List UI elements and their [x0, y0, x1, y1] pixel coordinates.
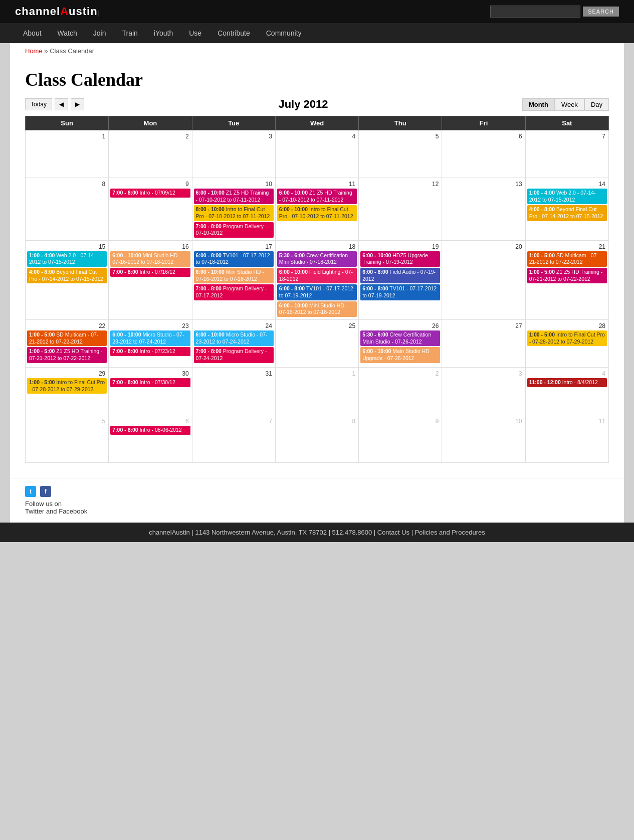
breadcrumb: Home » Class Calendar: [10, 43, 624, 59]
list-item[interactable]: 1:00 - 5:00 Z1 Z5 HD Training - 07-21-20…: [527, 268, 607, 283]
day-view-button[interactable]: Day: [584, 98, 609, 111]
day-cell: 18 5:30 - 6:00 Crew Certification Mini S…: [275, 240, 358, 319]
list-item[interactable]: 4:00 - 8:00 Beyond Final Cut Pro - 07-14…: [27, 268, 107, 283]
day-cell: 10: [442, 415, 525, 462]
nav-community[interactable]: Community: [258, 23, 310, 43]
main-content: Class Calendar Today ◀ ▶ July 2012 Month…: [10, 59, 624, 478]
nav-iyouth[interactable]: iYouth: [146, 23, 181, 43]
site-header: channelAustin│ SEARCH: [0, 0, 634, 23]
day-cell: 11: [525, 415, 608, 462]
table-row: 1 2 3 4 5 6 7: [26, 130, 609, 178]
list-item[interactable]: 1:00 - 5:00 SD Multicam - 07-21-2012 to …: [527, 251, 607, 267]
facebook-icon[interactable]: f: [40, 486, 51, 497]
search-input[interactable]: [490, 6, 580, 18]
day-cell: 14 1:00 - 4:00 Web 2.0 - 07-14-2012 to 0…: [525, 178, 608, 241]
site-logo[interactable]: channelAustin│: [15, 5, 101, 18]
list-item[interactable]: 6:00 - 10:00 Mini Studio HD - 07-16-2012…: [110, 251, 190, 267]
col-thu: Thu: [359, 116, 442, 130]
nav-train[interactable]: Train: [114, 23, 145, 43]
col-wed: Wed: [275, 116, 358, 130]
list-item[interactable]: 6:00 - 10:00 Micro Studio - 07-23-2012 t…: [110, 330, 190, 346]
list-item[interactable]: 7:00 - 8:00 Program Delivery - 07-10-201…: [194, 222, 274, 238]
day-cell: 7: [192, 415, 275, 462]
table-row: 5 6 7:00 - 8:00 Intro - 08-06-2012 7 8 9…: [26, 415, 609, 462]
breadcrumb-home[interactable]: Home: [25, 47, 43, 55]
day-cell: 3: [442, 367, 525, 415]
list-item[interactable]: 6:00 - 10:00 Field Lighting - 07-18-2012: [277, 268, 357, 283]
day-cell: 30 7:00 - 8:00 Intro - 07/30/12: [109, 367, 192, 415]
list-item[interactable]: 1:00 - 4:00 Web 2.0 - 07-14-2012 to 07-1…: [27, 251, 107, 267]
list-item[interactable]: 7:00 - 8:00 Intro - 07/16/12: [110, 268, 190, 277]
next-button[interactable]: ▶: [71, 98, 84, 110]
prev-button[interactable]: ◀: [55, 98, 68, 110]
day-cell: 6: [442, 130, 525, 178]
search-button[interactable]: SEARCH: [583, 7, 619, 17]
day-cell: 31: [192, 367, 275, 415]
list-item[interactable]: 5:30 - 6:00 Crew Certification Mini Stud…: [277, 251, 357, 267]
calendar-controls: Today ◀ ▶ July 2012 Month Week Day: [25, 98, 609, 111]
list-item[interactable]: 6:00 - 10:00 Z1 Z5 HD Training - 07-10-2…: [277, 189, 357, 204]
list-item[interactable]: 4:00 - 8:00 Beyond Final Cut Pro - 07-14…: [527, 205, 607, 221]
list-item[interactable]: 6:00 - 8:00 TV101 - 07-17-2012 to 07-19-…: [360, 284, 440, 300]
day-cell: 10 6:00 - 10:00 Z1 Z5 HD Training - 07-1…: [192, 178, 275, 241]
list-item[interactable]: 6:00 - 10:00 Z1 Z5 HD Training - 07-10-2…: [194, 189, 274, 204]
list-item[interactable]: 1:00 - 5:00 Intro to Final Cut Pro - 07-…: [27, 378, 107, 394]
day-cell: 25: [275, 319, 358, 367]
day-cell: 1: [26, 130, 109, 178]
day-cell: 9: [359, 415, 442, 462]
day-cell: 2: [109, 130, 192, 178]
today-button[interactable]: Today: [25, 98, 52, 110]
list-item[interactable]: 7:00 - 8:00 Program Delivery - 07-17-201…: [194, 284, 274, 300]
list-item[interactable]: 1:00 - 5:00 SD Multicam - 07-21-2012 to …: [27, 330, 107, 346]
col-sun: Sun: [26, 116, 109, 130]
list-item[interactable]: 5:30 - 6:00 Crew Certification Main Stud…: [360, 330, 440, 346]
list-item[interactable]: 7:00 - 8:00 Intro - 07/30/12: [110, 378, 190, 387]
twitter-icon[interactable]: t: [25, 486, 36, 497]
list-item[interactable]: 6:00 - 8:00 Field Audio - 07-19-2012: [360, 268, 440, 283]
list-item[interactable]: 7:00 - 8:00 Intro - 07/09/12: [110, 189, 190, 198]
day-cell: 15 1:00 - 4:00 Web 2.0 - 07-14-2012 to 0…: [26, 240, 109, 319]
list-item[interactable]: 6:00 - 10:00 Mini Studio HD - 07-16-2012…: [277, 301, 357, 317]
list-item[interactable]: 6:00 - 10:00 Micro Studio - 07-23-2012 t…: [194, 330, 274, 346]
view-buttons: Month Week Day: [522, 98, 609, 111]
week-view-button[interactable]: Week: [555, 98, 584, 111]
nav-watch[interactable]: Watch: [50, 23, 85, 43]
day-cell: 20: [442, 240, 525, 319]
list-item[interactable]: 6:00 - 10:00 Main Studio HD Upgrade - 07…: [360, 347, 440, 363]
list-item[interactable]: 6:00 - 8:00 TV101 - 07-17-2012 to 07-19-…: [277, 284, 357, 300]
day-cell: 17 6:00 - 8:00 TV101 - 07-17-2012 to 07-…: [192, 240, 275, 319]
list-item[interactable]: 6:00 - 10:00 Mini Studio HD - 07-16-2012…: [194, 268, 274, 283]
list-item[interactable]: 7:00 - 8:00 Intro - 08-06-2012: [110, 426, 190, 435]
breadcrumb-separator: »: [44, 47, 50, 55]
list-item[interactable]: 6:00 - 10:00 Intro to Final Cut Pro - 07…: [277, 205, 357, 221]
list-item[interactable]: 8:00 - 10:00 Intro to Final Cut Pro - 07…: [194, 205, 274, 221]
nav-join[interactable]: Join: [85, 23, 114, 43]
list-item[interactable]: 6:00 - 10:00 HDZ5 Upgrade Training - 07-…: [360, 251, 440, 267]
table-row: 22 1:00 - 5:00 SD Multicam - 07-21-2012 …: [26, 319, 609, 367]
day-cell: 4 11:00 - 12:00 Intro - 8/4/2012: [525, 367, 608, 415]
month-view-button[interactable]: Month: [522, 98, 555, 111]
day-cell: 11 6:00 - 10:00 Z1 Z5 HD Training - 07-1…: [275, 178, 358, 241]
day-cell: 16 6:00 - 10:00 Mini Studio HD - 07-16-2…: [109, 240, 192, 319]
day-cell: 13: [442, 178, 525, 241]
day-cell: 12: [359, 178, 442, 241]
list-item[interactable]: 11:00 - 12:00 Intro - 8/4/2012: [527, 378, 607, 387]
social-text: Follow us on Twitter and Facebook: [25, 500, 609, 515]
day-cell: 27: [442, 319, 525, 367]
list-item[interactable]: 7:00 - 8:00 Program Delivery - 07-24-201…: [194, 347, 274, 363]
day-cell: 9 7:00 - 8:00 Intro - 07/09/12: [109, 178, 192, 241]
nav-use[interactable]: Use: [181, 23, 209, 43]
col-fri: Fri: [442, 116, 525, 130]
list-item[interactable]: 1:00 - 5:00 Intro to Final Cut Pro - 07-…: [527, 330, 607, 346]
day-cell: 5: [26, 415, 109, 462]
day-cell: 1: [275, 367, 358, 415]
nav-contribute[interactable]: Contribute: [209, 23, 258, 43]
list-item[interactable]: 1:00 - 4:00 Web 2.0 - 07-14-2012 to 07-1…: [527, 189, 607, 204]
day-cell: 3: [192, 130, 275, 178]
social-icons: t f: [25, 486, 609, 497]
list-item[interactable]: 1:00 - 5:00 Z1 Z5 HD Training - 07-21-20…: [27, 347, 107, 363]
list-item[interactable]: 7:00 - 8:00 Intro - 07/23/12: [110, 347, 190, 356]
day-cell: 23 6:00 - 10:00 Micro Studio - 07-23-201…: [109, 319, 192, 367]
nav-about[interactable]: About: [15, 23, 50, 43]
list-item[interactable]: 6:00 - 8:00 TV101 - 07-17-2012 to 07-18-…: [194, 251, 274, 267]
